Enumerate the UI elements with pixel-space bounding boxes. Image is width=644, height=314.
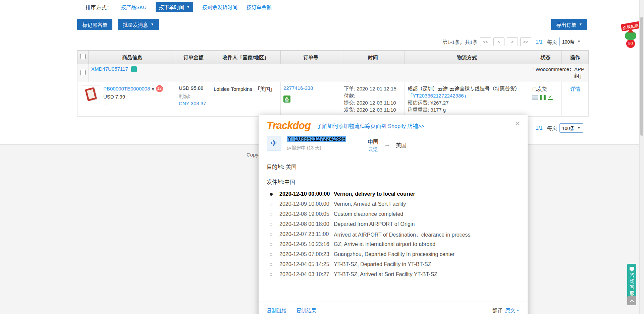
prev-page-button[interactable]: <: [493, 37, 504, 46]
product-photo-icon: [85, 87, 97, 101]
note-badge[interactable]: 备: [283, 96, 290, 103]
chevron-up-icon: [630, 300, 634, 304]
caret-down-icon: ▼: [186, 5, 190, 9]
origin-line: 发件地:中国: [267, 178, 520, 186]
promo-widget[interactable]: 点我加速 90: [622, 23, 639, 48]
page-indicator: 1/1: [536, 125, 543, 131]
timeline-dot-icon: [270, 193, 273, 196]
scrollbar-thumb[interactable]: [640, 17, 643, 136]
timeline-event: 2020-12-10 00:00:00 Vernon, delivery to …: [267, 189, 520, 199]
shipping-label-icon[interactable]: [532, 95, 538, 100]
profit-label: 利润:: [179, 92, 208, 99]
timeline-event: 2020-12-08 19:00:05 Custom clearance com…: [267, 209, 520, 219]
header-recipient: 收件人「国家/地区」: [211, 51, 281, 64]
caret-up-icon: ▲: [516, 308, 520, 312]
sort-option-product-sku[interactable]: 按产品SKU: [121, 3, 147, 10]
copy-result-button[interactable]: 复制结果: [296, 307, 316, 314]
per-page-select[interactable]: 100条 ▼: [559, 123, 583, 133]
per-page-select[interactable]: 100条 ▼: [559, 37, 583, 46]
recipient-name: Loislee Tompkins: [214, 86, 252, 92]
tracking-detail: 目的地: 美国 发件地:中国 2020-12-10 00:00:00 Verno…: [259, 155, 528, 279]
close-icon[interactable]: ×: [515, 119, 520, 128]
event-time: 2020-12-04 03:10:27: [275, 271, 329, 277]
time-label: 发货:: [344, 107, 355, 113]
sort-option-order-time-label: 按下单时间: [159, 3, 184, 10]
time-label: 提交:: [344, 100, 355, 106]
batch-message-button[interactable]: 批量发消息 ▼: [118, 19, 159, 30]
sku-placeholder: - -: [103, 101, 163, 107]
customer-service-button[interactable]: 咨询客服: [627, 264, 636, 301]
export-orders-button[interactable]: 导出订单 ▼: [551, 19, 587, 30]
table-header-row: 商品信息 订单金额 收件人「国家/地区」 订单号 时间 物流方式 状态 操作: [77, 51, 589, 64]
profit-value: CNY 303.37: [179, 101, 208, 106]
toolbar: 标记黑名单 批量发消息 ▼ 导出订单 ▼: [77, 19, 588, 30]
page-scrollbar[interactable]: [639, 0, 644, 314]
order-number-link[interactable]: 2277416-338: [283, 85, 313, 91]
sort-option-order-time[interactable]: 按下单时间 ▼: [156, 2, 193, 12]
event-time: 2020-12-05 10:23:16: [275, 241, 329, 247]
caret-down-icon: ▼: [579, 23, 582, 26]
timeline-dot-icon: [270, 233, 272, 236]
recipient-country: 「美国」: [255, 86, 275, 92]
tracking-number-link[interactable]: 「YT2033621272242386」: [408, 93, 469, 99]
header-order-amount: 订单金额: [176, 51, 211, 64]
tracking-number-highlighted[interactable]: YT2033621272242386: [287, 136, 346, 142]
copy-link-button[interactable]: 复制链接: [267, 307, 287, 314]
sort-option-order-amount[interactable]: 按订单金额: [247, 3, 272, 10]
destination-line: 目的地: 美国: [267, 163, 520, 171]
next-page-button[interactable]: >: [507, 37, 518, 46]
event-desc: YT-BT-SZ, Departed Facility in YT-BT-SZ: [329, 261, 431, 267]
timeline-dot-icon: [270, 223, 272, 226]
platform-icon: [131, 66, 137, 72]
label-downloaded-icon[interactable]: ✔: [548, 95, 553, 100]
trackdog-footer: 复制链接 复制结果 翻译: 原文 ▲: [259, 302, 528, 314]
transit-status: 运输途中 (13 天): [287, 144, 346, 151]
estimated-fee: 预估运费: ¥267.27: [408, 99, 526, 106]
event-time: 2020-12-09 10:00:00: [275, 201, 329, 207]
event-desc: Guangzhou, Departed Facility In processi…: [329, 251, 454, 257]
order-amount: USD 95.88: [179, 85, 208, 91]
unit-price: USD 7.99: [103, 94, 163, 100]
per-page-label: 每页: [547, 38, 557, 45]
sort-option-remaining-ship-time[interactable]: 按剩余发货时间: [202, 3, 237, 10]
time-value: 2020-12-03 11:10: [357, 107, 396, 113]
order-checkbox[interactable]: [80, 70, 86, 75]
back-to-top-button[interactable]: [627, 296, 636, 305]
group-order-id-link[interactable]: XMD47U057117: [91, 66, 128, 72]
santa-cartoon-icon: [625, 31, 636, 40]
customer-service-label: 咨询客服: [629, 273, 635, 297]
mark-blacklist-button[interactable]: 标记黑名单: [77, 19, 112, 30]
shipment-summary: ✈ YT2033621272242386 运输途中 (13 天) 中国 云途 →…: [259, 134, 528, 155]
first-page-button[interactable]: <<: [480, 37, 491, 46]
pagination-summary: 第1-1条，共1条: [442, 38, 478, 45]
translate-label: 翻译:: [492, 307, 504, 314]
shopify-help-link[interactable]: 了解如何添加物流追踪页面到 Shopify 店铺>>: [317, 122, 424, 130]
header-order-no: 订单号: [281, 51, 341, 64]
export-orders-label: 导出订单: [556, 21, 576, 28]
timeline-dot-icon: [270, 213, 272, 215]
status-badge: 已发货: [532, 85, 559, 92]
time-label: 下单:: [344, 86, 355, 91]
event-desc: Vernon, Arrived at Sort Facility: [329, 201, 406, 207]
order-detail-link[interactable]: 详情: [570, 86, 580, 92]
last-page-button[interactable]: >>: [520, 37, 531, 46]
route: 中国 云途 → 美国: [368, 137, 407, 152]
carrier-link[interactable]: 云途: [368, 146, 378, 152]
sort-bar: 排序方式： 按产品SKU 按下单时间 ▼ 按剩余发货时间 按订单金额: [77, 0, 588, 14]
timeline-event: 2020-12-09 10:00:00 Vernon, Arrived at S…: [267, 199, 520, 209]
product-sku-link[interactable]: PB00000TE0000008: [103, 86, 150, 91]
tracking-timeline: 2020-12-10 00:00:00 Vernon, delivery to …: [267, 189, 520, 279]
timeline-event: 2020-12-07 23:11:00 Arrived at AIRPORT o…: [267, 229, 520, 239]
product-thumbnail[interactable]: [82, 85, 100, 103]
per-page-value: 100条: [562, 125, 575, 131]
translate-toggle[interactable]: 原文 ▲: [505, 307, 520, 314]
timeline-dot-icon: [270, 273, 272, 276]
chat-bubble-icon: [630, 267, 634, 270]
barcode-icon[interactable]: [540, 95, 546, 100]
timeline-event: 2020-12-04 05:14:25 YT-BT-SZ, Departed F…: [267, 259, 520, 269]
timeline-dot-icon: [270, 253, 272, 256]
mark-blacklist-label: 标记黑名单: [82, 21, 107, 28]
event-time: 2020-12-08 00:18:00: [275, 221, 329, 227]
select-all-checkbox[interactable]: [80, 54, 86, 59]
trackdog-logo: Trackdog: [267, 120, 311, 132]
